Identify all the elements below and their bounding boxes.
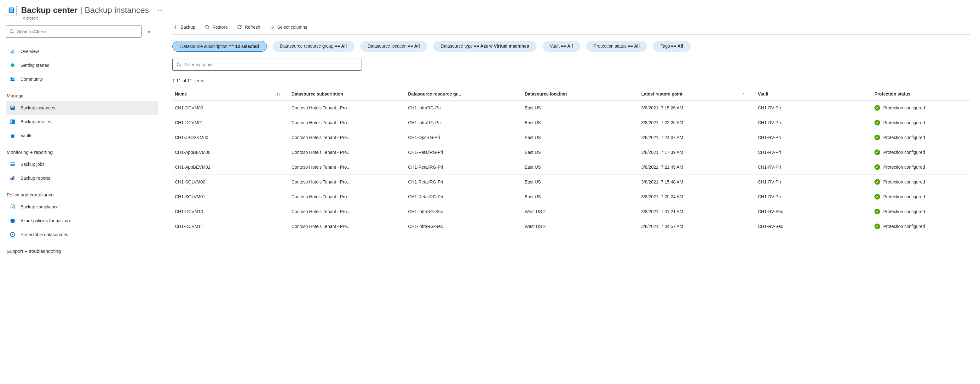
arrow-right-icon [269, 24, 275, 30]
status-text: Protection configured [883, 209, 925, 214]
backup-compliance-icon [9, 204, 16, 210]
sidebar-item-protectable-datasources[interactable]: Protectable datasources [6, 228, 158, 242]
status-ok-icon [875, 209, 880, 214]
azure-policies-icon [9, 218, 16, 223]
cell-resource-group: CH1-RetailRG-Pri [406, 145, 522, 160]
filter-value: All [341, 43, 347, 49]
filter-by-name[interactable] [172, 59, 361, 71]
page-header: Backup center | Backup instances ··· [0, 0, 980, 17]
cell-location: West US 2 [522, 204, 639, 219]
sidebar-search[interactable] [6, 25, 142, 38]
filter-protection-status[interactable]: Protection status == All [586, 41, 647, 52]
cell-name[interactable]: CH1-JBOXVM00 [172, 130, 289, 145]
refresh-button[interactable]: Refresh [237, 24, 260, 30]
toolbar-label: Select columns [277, 25, 307, 30]
svg-rect-11 [10, 120, 15, 124]
sidebar-item-azure-policies[interactable]: Azure policies for backup [6, 214, 158, 228]
sidebar-item-overview[interactable]: Overview [6, 45, 158, 58]
page-title: Backup center [21, 5, 78, 15]
filter-subscription[interactable]: Datasource subscription == 12 selected [172, 41, 267, 52]
col-subscription[interactable]: Datasource subscription [289, 88, 406, 100]
table-row[interactable]: CH1-JBOXVM00Contoso Hotels Tenant - Pro.… [172, 130, 970, 145]
col-label: Datasource resource gr... [408, 91, 461, 96]
cell-name[interactable]: CH1-AppBEVM01 [172, 160, 289, 175]
col-label: Latest restore point [641, 91, 682, 96]
result-count: 1-11 of 11 items [172, 78, 970, 83]
table-row[interactable]: CH1-SQLVM00Contoso Hotels Tenant - Pro..… [172, 175, 970, 190]
restore-button[interactable]: Restore [204, 24, 228, 30]
sidebar-item-label: Community [21, 76, 43, 82]
cell-location: East US [522, 160, 639, 175]
table-row[interactable]: CH1-DCVM10Contoso Hotels Tenant - Pro...… [172, 204, 970, 219]
filter-location[interactable]: Datasource location == All [360, 41, 428, 52]
cell-restore-point: 3/8/2021, 7:15:26 AM [639, 100, 755, 115]
cell-name[interactable]: CH1-DCVM10 [172, 204, 289, 219]
cell-name[interactable]: CH1-DCVM00 [172, 100, 289, 115]
cell-restore-point: 3/8/2021, 7:20:24 AM [639, 190, 755, 204]
cell-name[interactable]: CH1-SQLVM00 [172, 175, 289, 190]
svg-point-28 [177, 63, 180, 66]
cell-name[interactable]: CH1-DCVM01 [172, 115, 289, 130]
table-row[interactable]: CH1-DCVM11Contoso Hotels Tenant - Pro...… [172, 219, 970, 234]
cell-status: Protection configured [872, 204, 970, 219]
table-row[interactable]: CH1-SQLVM01Contoso Hotels Tenant - Pro..… [172, 190, 970, 204]
cell-name[interactable]: CH1-AppBEVM00 [172, 145, 289, 160]
sort-icon[interactable]: ↑↓ [276, 91, 281, 96]
backup-reports-icon [9, 175, 16, 181]
col-resource-group[interactable]: Datasource resource gr... [406, 88, 522, 100]
more-icon[interactable]: ··· [158, 7, 162, 14]
col-label: Name [175, 91, 187, 96]
cell-resource-group: CH1-InfraRG-Pri [406, 100, 522, 115]
table-row[interactable]: CH1-AppBEVM01Contoso Hotels Tenant - Pro… [172, 160, 970, 175]
col-status[interactable]: Protection status [872, 88, 970, 100]
sidebar-item-getting-started[interactable]: Getting started [6, 58, 158, 72]
filter-type[interactable]: Datasource type == Azure Virtual machine… [433, 41, 537, 52]
sidebar-item-backup-instances[interactable]: Backup instances [6, 101, 158, 115]
sidebar-item-community[interactable]: Community [6, 72, 158, 86]
table-row[interactable]: CH1-AppBEVM00Contoso Hotels Tenant - Pro… [172, 145, 970, 160]
cell-status: Protection configured [872, 115, 970, 130]
cell-name[interactable]: CH1-DCVM11 [172, 219, 289, 234]
table-row[interactable]: CH1-DCVM01Contoso Hotels Tenant - Pro...… [172, 115, 970, 130]
sidebar-item-backup-compliance[interactable]: Backup compliance [6, 200, 158, 214]
filter-tags[interactable]: Tags == All [653, 41, 691, 52]
sidebar-item-vaults[interactable]: Vaults [6, 129, 158, 142]
select-columns-button[interactable]: Select columns [269, 24, 307, 30]
cell-resource-group: CH1-OpsRG-Pri [406, 130, 522, 145]
backup-center-icon [6, 5, 17, 16]
sidebar-item-backup-jobs[interactable]: Backup jobs [6, 157, 158, 171]
svg-rect-19 [10, 178, 11, 180]
status-ok-icon [875, 120, 880, 126]
cell-vault: CH1-RV-Sec [755, 219, 872, 234]
sidebar-search-input[interactable] [17, 29, 138, 34]
sort-icon[interactable]: ↑↓ [743, 91, 747, 96]
sidebar-item-backup-policies[interactable]: Backup policies [6, 115, 158, 129]
col-location[interactable]: Datasource location [522, 88, 639, 100]
cell-resource-group: CH1-InfraRG-Pri [406, 115, 522, 130]
cell-name[interactable]: CH1-SQLVM01 [172, 190, 289, 204]
sidebar-item-label: Backup jobs [21, 162, 45, 167]
svg-rect-13 [11, 121, 12, 122]
section-monitoring: Monitoring + reporting [6, 150, 158, 155]
cell-status: Protection configured [872, 160, 970, 175]
col-vault[interactable]: Vault [755, 88, 872, 100]
col-restore-point[interactable]: Latest restore point↑↓ [639, 88, 755, 100]
filter-vault[interactable]: Vault == All [542, 41, 581, 52]
cell-resource-group: CH1-RetailRG-Pri [406, 175, 522, 190]
backup-button[interactable]: Backup [172, 24, 196, 30]
status-text: Protection configured [883, 164, 925, 170]
col-name[interactable]: Name↑↓ [172, 88, 289, 100]
cell-status: Protection configured [872, 145, 970, 160]
sidebar-item-backup-reports[interactable]: Backup reports [6, 171, 158, 185]
status-text: Protection configured [883, 194, 925, 199]
svg-line-4 [13, 32, 14, 34]
filter-resource-group[interactable]: Datasource resource group == All [272, 41, 355, 52]
svg-rect-12 [11, 120, 12, 121]
svg-point-5 [10, 52, 15, 54]
filter-label: Tags == [660, 43, 678, 49]
table-row[interactable]: CH1-DCVM00Contoso Hotels Tenant - Pro...… [172, 100, 970, 115]
filter-by-name-input[interactable] [185, 62, 357, 67]
sidebar: « Overview Getting started Community [0, 21, 161, 260]
search-icon [10, 29, 14, 34]
collapse-sidebar-icon[interactable]: « [148, 29, 150, 34]
